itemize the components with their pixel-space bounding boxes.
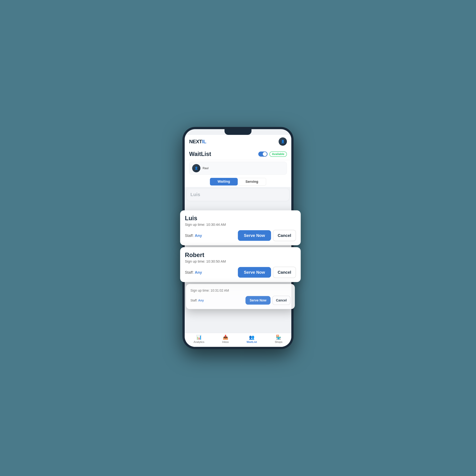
luis-serve-now-button[interactable]: Serve Now	[238, 230, 271, 241]
inbox-label: Inbox	[222, 340, 229, 344]
luis-time: Sign up time: 10:30:44 AM	[185, 223, 296, 227]
phone-notch	[224, 129, 252, 135]
analytics-icon: 📊	[196, 335, 202, 340]
avatar-image: 👤	[279, 137, 287, 146]
third-staff-label: Staff: Any	[190, 298, 204, 302]
third-serve-now-button[interactable]: Serve Now	[245, 296, 271, 305]
header-controls: Available	[258, 152, 287, 157]
app-logo: NEXTIL	[189, 139, 206, 145]
robert-cancel-button[interactable]: Cancel	[273, 267, 296, 278]
robert-time: Sign up time: 10:30:50 AM	[185, 259, 296, 264]
tabs-section: Waiting Serving	[185, 176, 291, 187]
float-card-third: Sign up time: 10:31:02 AM Staff: Any Ser…	[186, 284, 295, 309]
robert-staff-any: Any	[195, 270, 202, 274]
available-badge: Available	[270, 152, 287, 157]
robert-actions: Staff: Any Serve Now Cancel	[185, 267, 296, 278]
inbox-icon: 📥	[223, 335, 228, 340]
nav-analytics[interactable]: 📊 Analytics	[194, 335, 204, 344]
list-item-1: Luis	[187, 189, 289, 201]
robert-name: Robert	[185, 252, 296, 258]
toggle-knob	[263, 152, 267, 156]
item-name-1: Luis	[190, 192, 286, 197]
luis-staff-any: Any	[195, 233, 202, 238]
floating-cards-overlay: Luis Sign up time: 10:30:44 AM Staff: An…	[180, 210, 301, 309]
waitlist-nav-label: WaitList	[247, 340, 257, 344]
robert-serve-now-button[interactable]: Serve Now	[238, 267, 271, 278]
luis-name: Luis	[185, 215, 296, 222]
logo-next: NEXT	[189, 139, 202, 144]
luis-actions: Staff: Any Serve Now Cancel	[185, 230, 296, 241]
float-card-robert: Robert Sign up time: 10:30:50 AM Staff: …	[180, 247, 301, 282]
app-header: NEXTIL 👤	[185, 135, 291, 148]
shops-icon: 🏪	[276, 335, 281, 340]
waitlist-icon: 👥	[249, 335, 255, 340]
user-card-section: 👤 Raul	[185, 160, 291, 176]
bottom-nav: 📊 Analytics 📥 Inbox 👥 WaitList 🏪 Shops	[185, 333, 291, 347]
raul-name: Raul	[203, 167, 208, 170]
raul-avatar: 👤	[192, 164, 200, 172]
nav-inbox[interactable]: 📥 Inbox	[222, 335, 229, 344]
availability-toggle[interactable]	[258, 152, 268, 157]
luis-staff-label: Staff: Any	[185, 233, 202, 238]
tab-serving[interactable]: Serving	[238, 178, 266, 186]
robert-staff-label: Staff: Any	[185, 270, 202, 274]
logo-il: IL	[202, 139, 206, 144]
float-card-luis: Luis Sign up time: 10:30:44 AM Staff: An…	[180, 210, 301, 245]
analytics-label: Analytics	[194, 340, 204, 344]
shops-label: Shops	[275, 340, 282, 344]
raul-avatar-img: 👤	[192, 164, 200, 172]
nav-waitlist[interactable]: 👥 WaitList	[247, 335, 257, 344]
third-actions: Staff: Any Serve Now Cancel	[190, 296, 290, 305]
waitlist-title: WaitList	[189, 151, 211, 157]
scene: NEXTIL 👤 WaitList Available	[167, 24, 309, 452]
tab-waiting[interactable]: Waiting	[210, 178, 238, 186]
luis-cancel-button[interactable]: Cancel	[273, 230, 296, 241]
nav-shops[interactable]: 🏪 Shops	[275, 335, 282, 344]
third-cancel-button[interactable]: Cancel	[272, 296, 290, 305]
third-staff-any: Any	[198, 298, 204, 302]
header-avatar[interactable]: 👤	[279, 137, 287, 146]
waitlist-header: WaitList Available	[185, 148, 291, 160]
third-time: Sign up time: 10:31:02 AM	[190, 289, 290, 293]
raul-user-card[interactable]: 👤 Raul	[189, 162, 287, 175]
